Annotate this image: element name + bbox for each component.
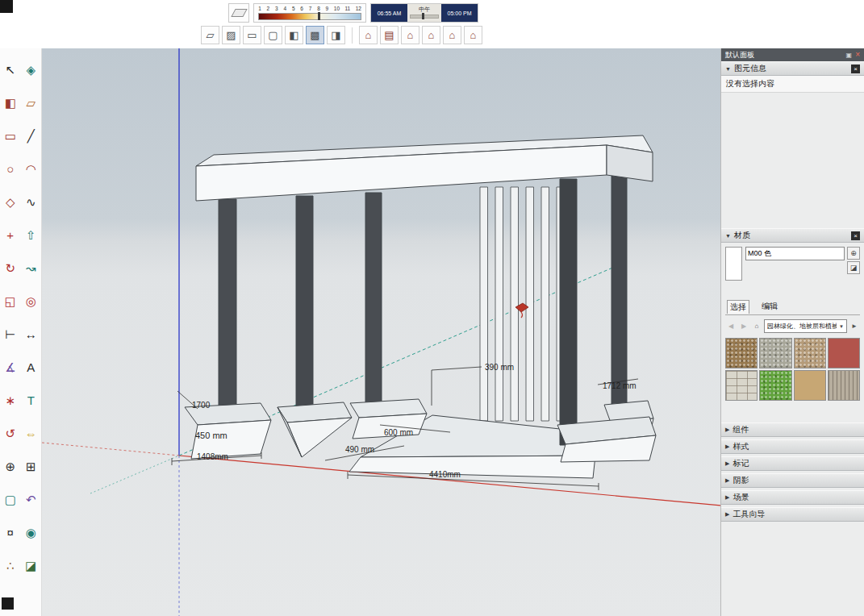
time-slider-track[interactable]: [410, 15, 439, 19]
material-preview[interactable]: [725, 247, 742, 281]
shadow-date-slider[interactable]: 123456789101112: [253, 3, 366, 23]
tab-select[interactable]: 选择: [727, 300, 749, 314]
monochrome-button[interactable]: ◨: [327, 26, 345, 44]
tool-3d-text[interactable]: T: [21, 384, 42, 417]
tool-push-pull[interactable]: ⇧: [21, 219, 42, 252]
tool-paint-bucket[interactable]: ◧: [0, 86, 21, 119]
back-button[interactable]: ◀: [725, 321, 737, 332]
entity-info-header[interactable]: ▼ 图元信息 ×: [721, 61, 864, 76]
time-end-field[interactable]: 05:00 PM: [441, 4, 478, 22]
close-icon[interactable]: ×: [855, 51, 860, 59]
pin-icon[interactable]: ▣: [846, 52, 853, 59]
date-slider-handle[interactable]: [318, 12, 320, 20]
tool-circle[interactable]: ○: [0, 152, 21, 185]
hidden-line-button[interactable]: ▢: [264, 26, 282, 44]
secondary-pane-button[interactable]: ◪: [847, 261, 860, 274]
tool-eraser[interactable]: ▱: [21, 86, 42, 119]
tool-protractor[interactable]: ∡: [0, 351, 21, 384]
wireframe-button[interactable]: ▭: [243, 26, 261, 44]
top-view-button[interactable]: ▤: [380, 26, 399, 44]
tool-zoom[interactable]: ⊕: [0, 450, 21, 483]
tab-edit[interactable]: 编辑: [759, 300, 780, 314]
model-column-5[interactable]: [611, 176, 627, 413]
tray-section-shadows[interactable]: ▶阴影: [721, 473, 864, 488]
tool-rectangle[interactable]: ▭: [0, 119, 21, 152]
tool-orbit[interactable]: ↺: [0, 417, 21, 450]
tool-line[interactable]: ╱: [21, 119, 42, 152]
tool-walk[interactable]: ∴: [0, 549, 21, 582]
model-footing-2-face[interactable]: [287, 418, 352, 457]
details-button[interactable]: ►: [849, 321, 860, 332]
tool-move[interactable]: +: [0, 219, 21, 252]
tool-polygon[interactable]: ◇: [0, 185, 21, 219]
material-swatch-fence-wood[interactable]: [828, 370, 860, 401]
tool-arc[interactable]: ◠: [21, 152, 42, 185]
model-slat[interactable]: [495, 187, 503, 421]
model-slat[interactable]: [511, 187, 519, 421]
shadow-time-slider[interactable]: 06:55 AM 中午 05:00 PM: [370, 3, 478, 23]
right-view-button[interactable]: ⌂: [422, 26, 440, 44]
back-edges-button[interactable]: ▨: [222, 26, 240, 44]
x-ray-button[interactable]: ▱: [201, 26, 219, 44]
material-swatch-grass-green[interactable]: [759, 370, 791, 401]
tool-look-around[interactable]: ◉: [21, 516, 42, 549]
close-icon[interactable]: ×: [851, 231, 860, 240]
bottom-left-icon[interactable]: [2, 597, 14, 610]
tray-section-instructor[interactable]: ▶工具向导: [721, 507, 864, 522]
model-column-1[interactable]: [219, 199, 236, 417]
model-slat[interactable]: [541, 187, 549, 421]
tool-dimension[interactable]: ↔: [21, 318, 42, 351]
material-name-input[interactable]: [745, 247, 845, 260]
time-slider-middle[interactable]: 中午: [407, 4, 441, 22]
model-column-4[interactable]: [560, 179, 577, 445]
shadow-toggle-button[interactable]: [228, 3, 249, 23]
tool-tape-measure[interactable]: ⊢: [0, 318, 21, 351]
tray-titlebar[interactable]: 默认面板 ▣ ×: [721, 48, 864, 61]
material-swatch-sand-tan[interactable]: [794, 370, 826, 401]
close-icon[interactable]: ×: [851, 65, 860, 73]
material-swatch-gravel-grey[interactable]: [759, 338, 791, 368]
tool-offset[interactable]: ◎: [21, 285, 42, 318]
tool-previous[interactable]: ↶: [21, 483, 42, 516]
tool-scale[interactable]: ◱: [0, 285, 21, 318]
materials-header[interactable]: ▼ 材质 ×: [721, 228, 864, 243]
material-swatch-pebbles[interactable]: [794, 338, 826, 368]
tool-select[interactable]: ↖: [0, 53, 21, 86]
home-icon[interactable]: ⌂: [751, 321, 762, 332]
tray-section-scenes[interactable]: ▶场景: [721, 490, 864, 505]
tray-section-styles[interactable]: ▶样式: [721, 439, 864, 454]
drawing-canvas[interactable]: 1700 450 mm 1408mm 600 mm 490 mm 4410mm …: [42, 48, 720, 616]
tray-section-components[interactable]: ▶组件: [721, 422, 864, 437]
material-category-dropdown[interactable]: 园林绿化、地被层和植被 ▼: [764, 319, 847, 333]
time-start-field[interactable]: 06:55 AM: [371, 4, 407, 22]
tool-position-camera[interactable]: ¤: [0, 516, 21, 549]
tool-zoom-extents[interactable]: ▢: [0, 483, 21, 516]
tool-section-plane[interactable]: ◪: [21, 549, 42, 582]
material-swatch-gravel-brown[interactable]: [725, 338, 758, 368]
iso-view-button[interactable]: ⌂: [359, 26, 378, 44]
tool-rotate[interactable]: ↻: [0, 252, 21, 285]
model-column-3[interactable]: [365, 193, 382, 414]
left-view-button[interactable]: ⌂: [464, 26, 482, 44]
pergola-model[interactable]: [185, 135, 656, 478]
back-view-button[interactable]: ⌂: [443, 26, 461, 44]
shaded-button[interactable]: ◧: [285, 26, 303, 44]
tray-section-tags[interactable]: ▶标记: [721, 456, 864, 471]
material-swatch-tile-red[interactable]: [828, 338, 860, 368]
material-swatch-pavers-white[interactable]: [725, 370, 758, 401]
tool-pan[interactable]: ⇔: [21, 417, 42, 450]
tool-zoom-window[interactable]: ⊞: [21, 450, 42, 483]
time-slider-handle[interactable]: [422, 13, 424, 19]
tool-axes[interactable]: ∗: [0, 384, 21, 417]
tool-freehand[interactable]: ∿: [21, 185, 42, 219]
create-material-button[interactable]: ⊕: [847, 247, 860, 260]
front-view-button[interactable]: ⌂: [401, 26, 419, 44]
date-gradient-track[interactable]: [258, 13, 361, 20]
model-slat[interactable]: [480, 187, 488, 421]
tool-follow-me[interactable]: ↝: [21, 252, 42, 285]
app-menu-icon[interactable]: [0, 0, 13, 13]
model-slat[interactable]: [526, 187, 534, 421]
model-column-2[interactable]: [296, 196, 313, 422]
tool-make-component[interactable]: ◈: [21, 53, 42, 86]
forward-button[interactable]: ▶: [738, 321, 749, 332]
